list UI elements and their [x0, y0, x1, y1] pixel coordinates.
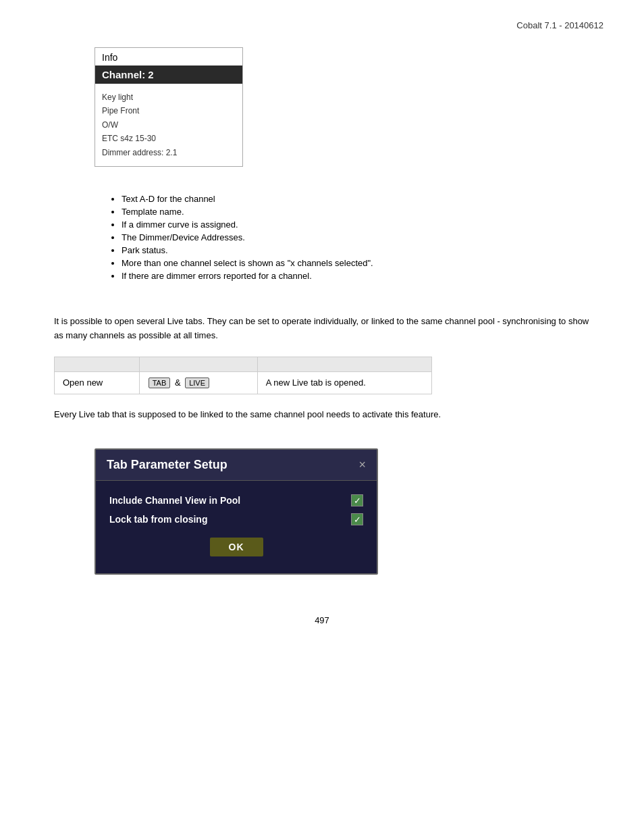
table-cell-action: Open new [55, 371, 140, 394]
every-live-paragraph: Every Live tab that is supposed to be li… [54, 408, 590, 422]
checkbox-lock-tab[interactable]: ✓ [351, 513, 363, 525]
key-live: LIVE [185, 377, 209, 388]
list-item: Template name. [122, 207, 590, 217]
dialog-close-button[interactable]: × [358, 458, 366, 472]
description-paragraph: It is possible to open several Live tabs… [54, 315, 590, 343]
dialog-row-2: Lock tab from closing ✓ [109, 513, 363, 525]
page-container: Cobalt 7.1 - 20140612 Info Channel: 2 Ke… [0, 0, 644, 834]
table-cell-keys: TAB & LIVE [139, 371, 257, 394]
keybind-table: Open new TAB & LIVE A new Live tab is op… [54, 357, 432, 394]
bullet-list: Text A-D for the channel Template name. … [108, 194, 590, 281]
checkbox-include-channel[interactable]: ✓ [351, 494, 363, 506]
version-label: Cobalt 7.1 - 20140612 [516, 20, 603, 30]
page-number: 497 [54, 615, 590, 625]
info-line-3: O/W [102, 118, 236, 132]
list-item: If a dimmer curve is assigned. [122, 219, 590, 230]
info-box-content: Key light Pipe Front O/W ETC s4z 15-30 D… [95, 88, 242, 166]
list-item: Park status. [122, 245, 590, 255]
dialog-header: Tab Parameter Setup × [96, 450, 377, 481]
info-box-title: Info [95, 48, 242, 66]
list-item: The Dimmer/Device Addresses. [122, 232, 590, 242]
list-item: Text A-D for the channel [122, 194, 590, 204]
bullet-section: Text A-D for the channel Template name. … [108, 194, 590, 281]
table-header-cell-3 [257, 357, 431, 371]
info-line-4: ETC s4z 15-30 [102, 132, 236, 145]
table-header-row [55, 357, 432, 371]
info-box: Info Channel: 2 Key light Pipe Front O/W… [95, 47, 243, 167]
table-header-cell-1 [55, 357, 140, 371]
tab-parameter-dialog: Tab Parameter Setup × Include Channel Vi… [95, 448, 378, 575]
info-line-1: Key light [102, 90, 236, 104]
table-row: Open new TAB & LIVE A new Live tab is op… [55, 371, 432, 394]
list-item: More than one channel select is shown as… [122, 258, 590, 268]
dialog-row-1: Include Channel View in Pool ✓ [109, 494, 363, 506]
dialog-label-2: Lock tab from closing [109, 514, 351, 525]
key-ampersand: & [175, 377, 181, 388]
dialog-body: Include Channel View in Pool ✓ Lock tab … [96, 481, 377, 573]
info-line-2: Pipe Front [102, 104, 236, 118]
key-tab: TAB [149, 377, 171, 388]
info-box-channel: Channel: 2 [95, 66, 242, 84]
dialog-title: Tab Parameter Setup [107, 458, 227, 472]
table-cell-result: A new Live tab is opened. [257, 371, 431, 394]
ok-button[interactable]: OK [210, 538, 263, 556]
dialog-ok-row: OK [109, 538, 363, 556]
list-item: If there are dimmer errors reported for … [122, 271, 590, 281]
info-line-5: Dimmer address: 2.1 [102, 146, 236, 159]
dialog-label-1: Include Channel View in Pool [109, 495, 351, 506]
table-header-cell-2 [139, 357, 257, 371]
